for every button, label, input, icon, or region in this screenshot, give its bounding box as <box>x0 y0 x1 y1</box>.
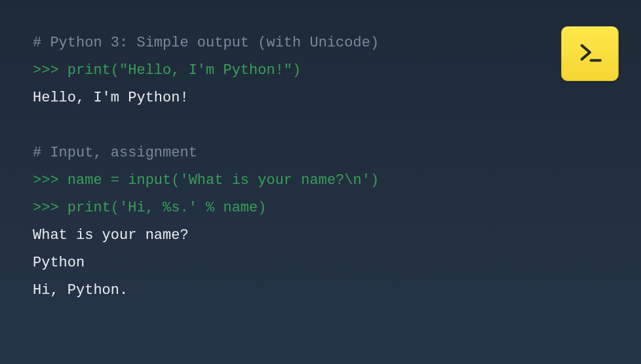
repl-output: Hello, I'm Python! <box>33 90 189 106</box>
terminal-prompt-icon <box>576 39 604 69</box>
repl-output: Python <box>33 255 85 271</box>
repl-output: What is your name? <box>33 227 189 244</box>
code-line: >>> print("Hello, I'm Python!") <box>33 57 608 84</box>
code-line: Hello, I'm Python! <box>33 84 608 112</box>
code-line: # Input, assignment <box>33 139 608 167</box>
code-line: >>> name = input('What is your name?\n') <box>33 167 608 194</box>
code-line: Hi, Python. <box>33 277 608 304</box>
code-comment: # Python 3: Simple output (with Unicode) <box>33 35 379 51</box>
repl-prompt: >>> <box>33 172 68 189</box>
repl-input: name = input('What is your name?\n') <box>68 172 379 189</box>
repl-prompt: >>> <box>33 62 68 79</box>
repl-input: print('Hi, %s.' % name) <box>68 200 267 216</box>
code-comment: # Input, assignment <box>33 145 197 161</box>
code-line: What is your name? <box>33 222 608 249</box>
code-line: # Python 3: Simple output (with Unicode) <box>33 29 608 57</box>
code-terminal: # Python 3: Simple output (with Unicode)… <box>0 0 641 334</box>
launch-interactive-shell-button[interactable] <box>561 26 619 81</box>
repl-output: Hi, Python. <box>33 282 128 299</box>
repl-prompt: >>> <box>33 200 68 216</box>
code-line: >>> print('Hi, %s.' % name) <box>33 194 608 222</box>
code-line <box>33 112 608 139</box>
repl-input: print("Hello, I'm Python!") <box>68 62 301 79</box>
code-line: Python <box>33 249 608 277</box>
